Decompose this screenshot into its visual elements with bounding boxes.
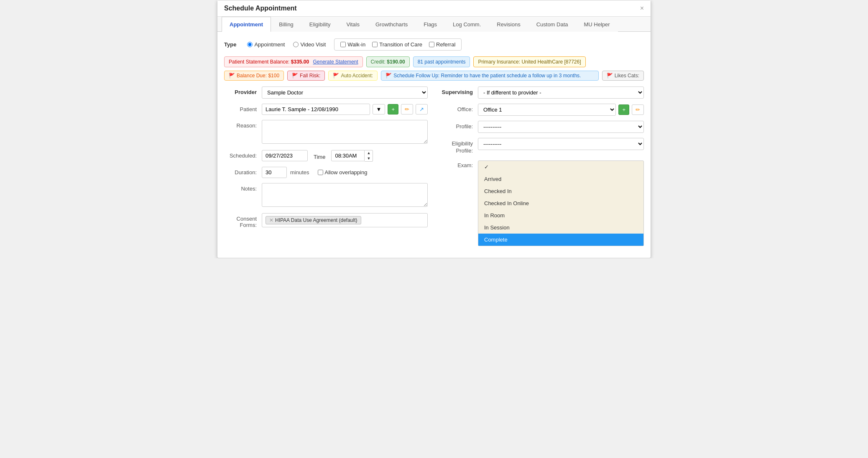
- dropdown-item-in-room[interactable]: In Room: [478, 209, 643, 221]
- flag-balance-due[interactable]: 🚩 Balance Due: $100: [224, 71, 284, 81]
- dropdown-item-checked-in[interactable]: Checked In: [478, 185, 643, 197]
- office-row: Office: Office 1 + ✏: [440, 104, 644, 116]
- dropdown-item-arrived[interactable]: Arrived: [478, 173, 643, 185]
- minutes-label: minutes: [290, 169, 309, 176]
- eligibility-profile-control: ----------: [478, 138, 644, 150]
- consent-remove-button[interactable]: ✕: [269, 217, 273, 223]
- tab-muhelper[interactable]: MU Helper: [576, 17, 618, 32]
- reason-control: [262, 120, 428, 145]
- checkbox-transition[interactable]: Transition of Care: [372, 41, 422, 48]
- notes-row: Notes:: [224, 183, 428, 208]
- exam-row: Exam: ✓ Arrived Checked In: [440, 160, 644, 246]
- tab-eligibility[interactable]: Eligibility: [301, 17, 339, 32]
- time-down-button[interactable]: ▼: [365, 156, 373, 161]
- reason-textarea[interactable]: [262, 120, 428, 144]
- eligibility-profile-select[interactable]: ----------: [478, 138, 644, 150]
- patient-edit-button[interactable]: ✏: [401, 104, 413, 114]
- tab-logcomm[interactable]: Log Comm.: [445, 17, 489, 32]
- flags-row: 🚩 Balance Due: $100 🚩 Fall Risk: 🚩 Auto …: [224, 71, 644, 81]
- exam-control: ✓ Arrived Checked In Checked In Online: [478, 160, 644, 246]
- title-bar: Schedule Appointment ×: [217, 0, 651, 17]
- duration-control: minutes Allow overlapping: [262, 167, 428, 178]
- generate-statement-link[interactable]: Generate Statement: [313, 59, 358, 65]
- exam-label: Exam:: [440, 160, 478, 168]
- supervising-select[interactable]: - If different to provider -: [478, 87, 644, 99]
- time-input[interactable]: [331, 150, 365, 161]
- consent-box: ✕ HIPAA Data Use Agreement (default): [262, 213, 428, 227]
- provider-label: Provider: [224, 87, 262, 95]
- consent-tag-label: HIPAA Data Use Agreement (default): [275, 217, 357, 223]
- time-up-button[interactable]: ▲: [365, 150, 373, 156]
- eligibility-profile-label: EligibilityProfile:: [440, 138, 478, 155]
- radio-appointment[interactable]: Appointment: [247, 41, 285, 48]
- tab-customdata[interactable]: Custom Data: [528, 17, 576, 32]
- supervising-control: - If different to provider -: [478, 87, 644, 99]
- tab-revisions[interactable]: Revisions: [489, 17, 528, 32]
- patient-row: Patient ▼ + ✏ ↗: [224, 104, 428, 115]
- patient-down-arrow[interactable]: ▼: [373, 104, 385, 114]
- past-appointments-badge[interactable]: 81 past appointments: [413, 56, 470, 67]
- tab-appointment[interactable]: Appointment: [222, 17, 271, 32]
- radio-video-visit[interactable]: Video Visit: [293, 41, 326, 48]
- consent-control: ✕ HIPAA Data Use Agreement (default): [262, 213, 428, 227]
- profile-row: Profile: ----------: [440, 121, 644, 133]
- scheduled-label: Scheduled:: [224, 150, 262, 159]
- notes-control: [262, 183, 428, 208]
- office-control: Office 1 + ✏: [478, 104, 644, 116]
- exam-dropdown: ✓ Arrived Checked In Checked In Online: [478, 160, 644, 246]
- office-edit-button[interactable]: ✏: [632, 104, 644, 115]
- scheduled-control: Time ▲ ▼: [262, 150, 428, 162]
- duration-input[interactable]: [262, 167, 287, 178]
- scheduled-date-input[interactable]: [262, 150, 308, 161]
- profile-select[interactable]: ----------: [478, 121, 644, 133]
- notes-textarea[interactable]: [262, 183, 428, 207]
- flag-auto-accident[interactable]: 🚩 Auto Accident:: [328, 71, 378, 81]
- patient-external-link-button[interactable]: ↗: [416, 104, 428, 114]
- provider-select[interactable]: Sample Doctor: [262, 87, 428, 99]
- duration-row: Duration: minutes Allow overlapping: [224, 167, 428, 178]
- flag-schedule-followup[interactable]: 🚩 Schedule Follow Up: Reminder to have t…: [381, 71, 599, 81]
- supervising-row: Supervising - If different to provider -: [440, 87, 644, 99]
- patient-add-button[interactable]: +: [388, 104, 398, 114]
- patient-label: Patient: [224, 104, 262, 112]
- tab-bar: Appointment Billing Eligibility Vitals G…: [217, 17, 651, 32]
- form-right: Supervising - If different to provider -…: [440, 87, 644, 251]
- office-select[interactable]: Office 1: [478, 104, 616, 116]
- form-grid: Provider Sample Doctor Patient ▼ + ✏: [224, 87, 644, 251]
- reason-row: Reason:: [224, 120, 428, 145]
- patient-input[interactable]: [262, 104, 370, 115]
- tab-billing[interactable]: Billing: [271, 17, 301, 32]
- credit-alert: Credit: $190.00: [366, 56, 410, 67]
- dropdown-item-in-session[interactable]: In Session: [478, 221, 643, 234]
- reason-label: Reason:: [224, 120, 262, 129]
- allow-overlap-checkbox[interactable]: Allow overlapping: [318, 169, 368, 176]
- profile-control: ----------: [478, 121, 644, 133]
- flag-likes-cats[interactable]: 🚩 Likes Cats:: [602, 71, 644, 81]
- scheduled-row: Scheduled: Time ▲ ▼: [224, 150, 428, 162]
- type-label: Type: [224, 41, 236, 48]
- balance-alert: Patient Statement Balance: $335.00 Gener…: [224, 56, 363, 67]
- consent-tag: ✕ HIPAA Data Use Agreement (default): [266, 216, 361, 224]
- patient-control: ▼ + ✏ ↗: [262, 104, 428, 115]
- profile-label: Profile:: [440, 121, 478, 130]
- checkbox-referral[interactable]: Referral: [429, 41, 455, 48]
- checkbox-walkin[interactable]: Walk-in: [340, 41, 365, 48]
- tab-growthcharts[interactable]: Growthcharts: [368, 17, 416, 32]
- flag-fall-risk[interactable]: 🚩 Fall Risk:: [287, 71, 325, 81]
- type-checkboxes: Walk-in Transition of Care Referral: [334, 38, 462, 51]
- type-section: Type Appointment Video Visit Walk-in Tra…: [224, 38, 644, 51]
- appointment-content: Type Appointment Video Visit Walk-in Tra…: [217, 32, 651, 258]
- form-left: Provider Sample Doctor Patient ▼ + ✏: [224, 87, 428, 251]
- notes-label: Notes:: [224, 183, 262, 192]
- check-icon: ✓: [484, 164, 489, 170]
- close-button[interactable]: ×: [640, 5, 644, 12]
- window-title: Schedule Appointment: [224, 5, 297, 12]
- tab-vitals[interactable]: Vitals: [338, 17, 368, 32]
- dropdown-item-checked-in-online[interactable]: Checked In Online: [478, 197, 643, 209]
- office-add-button[interactable]: +: [618, 104, 629, 115]
- dropdown-item-empty[interactable]: ✓: [478, 161, 643, 173]
- dropdown-item-complete[interactable]: Complete: [478, 234, 643, 246]
- provider-row: Provider Sample Doctor: [224, 87, 428, 99]
- tab-flags[interactable]: Flags: [416, 17, 445, 32]
- consent-row: Consent Forms: ✕ HIPAA Data Use Agreemen…: [224, 213, 428, 228]
